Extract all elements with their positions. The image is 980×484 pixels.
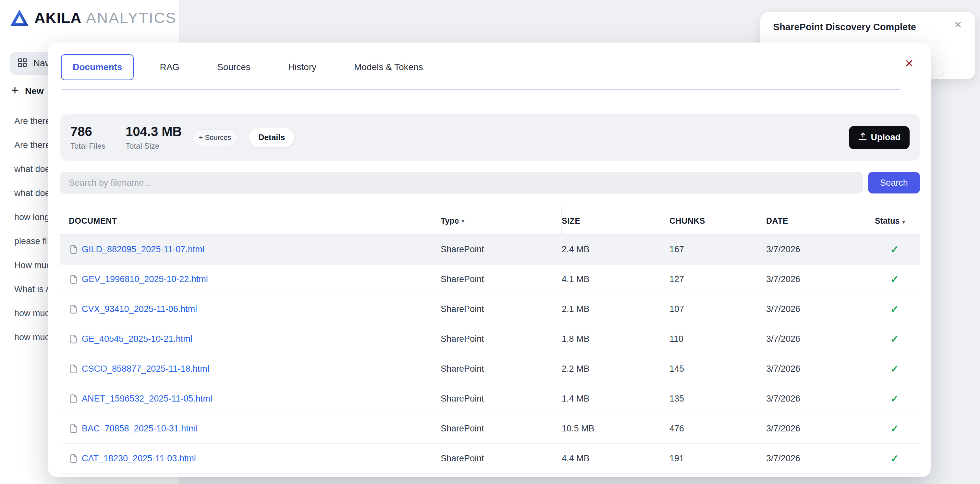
tab-sources[interactable]: Sources [205, 54, 262, 80]
sort-caret-icon: ▾ [462, 218, 465, 224]
doc-chunks: 107 [670, 304, 766, 314]
doc-status: ✓ [875, 303, 920, 315]
file-icon [69, 424, 78, 433]
doc-size: 10.5 MB [562, 424, 670, 434]
details-button[interactable]: Details [249, 127, 294, 147]
doc-date: 3/7/2026 [766, 364, 875, 374]
doc-chunks: 145 [670, 364, 766, 374]
doc-size: 2.4 MB [562, 244, 670, 255]
file-icon [69, 334, 78, 344]
doc-date: 3/7/2026 [766, 274, 875, 284]
doc-size: 4.4 MB [562, 454, 670, 463]
modal-close-icon[interactable]: ✕ [905, 57, 914, 70]
doc-chunks: 167 [670, 244, 766, 255]
col-document: DOCUMENT [60, 216, 441, 226]
doc-status: ✓ [875, 244, 920, 255]
document-cell: CVX_93410_2025-11-06.html [60, 304, 441, 314]
file-icon [69, 304, 78, 314]
doc-date: 3/7/2026 [766, 244, 875, 255]
document-link[interactable]: GILD_882095_2025-11-07.html [82, 244, 204, 255]
document-cell: CAT_18230_2025-11-03.html [60, 454, 441, 463]
search-button[interactable]: Search [868, 172, 920, 193]
total-size-stat: 104.3 MB Total Size [126, 124, 182, 151]
document-link[interactable]: CVX_93410_2025-11-06.html [82, 304, 197, 314]
status-check-icon: ✓ [875, 363, 899, 374]
file-icon [69, 454, 78, 463]
document-cell: CSCO_858877_2025-11-18.html [60, 364, 441, 374]
doc-size: 1.8 MB [562, 334, 670, 344]
stats-bar: 786 Total Files 104.3 MB Total Size + So… [60, 114, 920, 161]
total-files-value: 786 [70, 124, 105, 139]
documents-modal: DocumentsRAGSourcesHistoryModels & Token… [48, 43, 931, 477]
toast-title: SharePoint Discovery Complete [773, 22, 962, 32]
table-header: DOCUMENT Type▾ SIZE CHUNKS DATE Status▾ [60, 207, 920, 235]
CSCO_858877_2025-11-18.html[interactable]: CSCO_858877_2025-11-18.html SharePoint 2… [60, 354, 920, 384]
file-icon [69, 394, 78, 403]
col-date: DATE [766, 216, 875, 226]
total-size-value: 104.3 MB [126, 124, 182, 139]
sources-button[interactable]: + Sources [192, 129, 237, 146]
upload-button[interactable]: Upload [849, 126, 910, 149]
CAT_18230_2025-11-03.html[interactable]: CAT_18230_2025-11-03.html SharePoint 4.4… [60, 444, 920, 474]
tab-documents[interactable]: Documents [61, 54, 134, 80]
new-chat-button[interactable]: New [10, 81, 44, 101]
doc-chunks: 135 [670, 394, 766, 404]
GILD_882095_2025-11-07.html[interactable]: GILD_882095_2025-11-07.html SharePoint 2… [60, 235, 920, 264]
status-check-icon: ✓ [875, 333, 899, 345]
doc-type: SharePoint [441, 454, 562, 463]
doc-date: 3/7/2026 [766, 394, 875, 404]
new-label: New [25, 86, 44, 96]
modal-tabs: DocumentsRAGSourcesHistoryModels & Token… [48, 43, 931, 80]
doc-type: SharePoint [441, 334, 562, 344]
file-icon [69, 245, 78, 254]
status-check-icon: ✓ [875, 393, 899, 404]
upload-label: Upload [871, 132, 901, 143]
GEV_1996810_2025-10-22.html[interactable]: GEV_1996810_2025-10-22.html SharePoint 4… [60, 264, 920, 295]
doc-chunks: 476 [670, 424, 766, 434]
brand-name: AKILA [34, 10, 82, 26]
GE_40545_2025-10-21.html[interactable]: GE_40545_2025-10-21.html SharePoint 1.8 … [60, 324, 920, 354]
doc-status: ✓ [875, 273, 920, 285]
akila-logo-icon [10, 9, 29, 27]
upload-icon [858, 132, 868, 143]
doc-type: SharePoint [441, 364, 562, 374]
doc-type: SharePoint [441, 274, 562, 284]
sort-caret-icon: ▾ [902, 219, 905, 225]
document-cell: GEV_1996810_2025-10-22.html [60, 274, 441, 284]
doc-chunks: 127 [670, 274, 766, 284]
ANET_1596532_2025-11-05.html[interactable]: ANET_1596532_2025-11-05.html SharePoint … [60, 384, 920, 414]
doc-type: SharePoint [441, 304, 562, 314]
documents-table: DOCUMENT Type▾ SIZE CHUNKS DATE Status▾ … [60, 207, 920, 474]
file-icon [69, 364, 78, 374]
col-status[interactable]: Status▾ [875, 216, 920, 226]
document-link[interactable]: GEV_1996810_2025-10-22.html [82, 274, 208, 284]
doc-size: 2.1 MB [562, 304, 670, 314]
BAC_70858_2025-10-31.html[interactable]: BAC_70858_2025-10-31.html SharePoint 10.… [60, 414, 920, 444]
doc-status: ✓ [875, 363, 920, 375]
document-cell: BAC_70858_2025-10-31.html [60, 424, 441, 434]
tab-rag[interactable]: RAG [148, 54, 191, 80]
total-files-label: Total Files [70, 142, 105, 151]
file-icon [69, 275, 78, 284]
tabs-underline [61, 89, 900, 90]
doc-status: ✓ [875, 452, 920, 465]
document-link[interactable]: CAT_18230_2025-11-03.html [82, 454, 196, 463]
doc-size: 2.2 MB [562, 364, 670, 374]
CVX_93410_2025-11-06.html[interactable]: CVX_93410_2025-11-06.html SharePoint 2.1… [60, 295, 920, 324]
document-link[interactable]: GE_40545_2025-10-21.html [82, 334, 192, 344]
search-input[interactable] [60, 172, 863, 193]
document-link[interactable]: CSCO_858877_2025-11-18.html [82, 364, 209, 374]
grid-icon [17, 57, 28, 69]
toast-close-icon[interactable]: ✕ [954, 19, 962, 30]
tab-models-tokens[interactable]: Models & Tokens [342, 54, 435, 80]
tab-history[interactable]: History [277, 54, 328, 80]
search-row: Search [60, 172, 920, 193]
col-type[interactable]: Type▾ [441, 207, 562, 234]
document-link[interactable]: ANET_1596532_2025-11-05.html [82, 394, 212, 404]
doc-size: 1.4 MB [562, 394, 670, 404]
status-check-icon: ✓ [875, 304, 899, 315]
col-type-label: Type [441, 216, 459, 226]
document-link[interactable]: BAC_70858_2025-10-31.html [82, 424, 197, 434]
status-check-icon: ✓ [875, 453, 899, 464]
doc-type: SharePoint [441, 424, 562, 434]
